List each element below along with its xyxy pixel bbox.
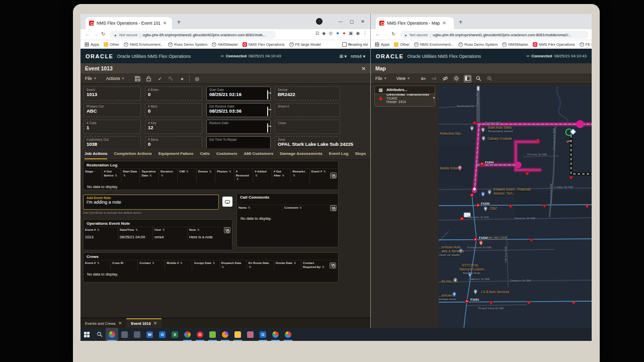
detail-tab[interactable]: Damage Assessments bbox=[280, 151, 323, 159]
poi-label[interactable]: STITCH by bbox=[462, 263, 478, 267]
lock-icon[interactable] bbox=[145, 75, 152, 82]
search-icon[interactable] bbox=[475, 75, 482, 82]
side-panel-toggle-icon[interactable] bbox=[464, 75, 471, 82]
maximize-button[interactable]: ▢ bbox=[346, 14, 357, 29]
taskbar-app-button[interactable] bbox=[282, 328, 294, 341]
sort-icon[interactable]: ⇅ bbox=[163, 228, 165, 231]
sort-icon[interactable]: ⇅ bbox=[299, 206, 302, 209]
forward-icon[interactable]: → bbox=[93, 31, 98, 37]
sort-icon[interactable]: ⇅ bbox=[209, 170, 212, 173]
form-field[interactable]: Clues bbox=[275, 120, 340, 134]
apps-grid-icon[interactable]: ⊞ ▾ bbox=[339, 54, 347, 59]
forward-icon[interactable]: → bbox=[383, 31, 388, 37]
poi-label[interactable]: CBIZ bbox=[490, 207, 497, 210]
poi-label[interactable]: antique store bbox=[439, 298, 456, 301]
poi-label[interactable]: Used car dealer bbox=[439, 253, 460, 256]
column-header[interactable]: Date/Time ⇅ bbox=[118, 227, 152, 233]
poi-label[interactable]: Sewing shop bbox=[463, 272, 480, 275]
sort-icon[interactable]: ⇅ bbox=[123, 174, 126, 177]
taskbar-app-button[interactable]: W bbox=[143, 328, 156, 341]
poi-label[interactable]: ...iontown bbox=[439, 294, 453, 297]
minimize-button[interactable]: — bbox=[335, 14, 346, 29]
back-icon[interactable]: ← bbox=[85, 31, 90, 37]
sort-icon[interactable]: ⇅ bbox=[152, 261, 154, 264]
column-header[interactable]: Device ⇅ bbox=[196, 169, 215, 183]
new-tab-button[interactable]: + bbox=[459, 19, 462, 26]
poi-label[interactable]: ...orntown Auto bbox=[439, 245, 460, 249]
column-header[interactable]: Dispatch Date ⇅ bbox=[219, 260, 247, 270]
column-header[interactable]: Event # ⇅ bbox=[84, 227, 118, 233]
sort-icon[interactable]: ⇅ bbox=[255, 174, 258, 177]
poi-label[interactable]: Calvary Crusade bbox=[488, 137, 512, 140]
detail-tab[interactable]: Event Log bbox=[329, 151, 349, 159]
poi-label[interactable]: Temporarily closed bbox=[488, 130, 513, 133]
detail-tab[interactable]: Customers bbox=[216, 151, 237, 159]
bookmark-item[interactable]: Russ Demo System bbox=[168, 42, 207, 47]
sort-icon[interactable]: ⇅ bbox=[180, 261, 183, 264]
poi-label[interactable]: Stark Auto Sales bbox=[488, 126, 512, 129]
calendar-icon[interactable] bbox=[267, 107, 268, 116]
taskbar-app-button[interactable] bbox=[206, 328, 219, 341]
browser-tab[interactable]: NMS Flex Operations - Event 101 ✕ bbox=[86, 17, 172, 29]
column-header[interactable]: # Restored ⇅ bbox=[234, 169, 253, 183]
sort-icon[interactable]: ⇅ bbox=[293, 174, 295, 177]
poi-label[interactable]: ...lla Iron, Inc bbox=[439, 280, 457, 283]
sort-icon[interactable]: ⇅ bbox=[248, 206, 251, 209]
column-header[interactable]: Mobile # ⇅ bbox=[165, 260, 192, 270]
column-header[interactable]: Onsite Date ⇅ bbox=[274, 260, 301, 270]
form-field[interactable]: Start Date 08/25/21 02:16 bbox=[206, 86, 271, 101]
calendar-icon[interactable] bbox=[267, 90, 268, 100]
column-header[interactable]: Operation Date ⇅ bbox=[139, 169, 158, 183]
taskbar-app-button[interactable]: O bbox=[156, 328, 169, 341]
address-bar[interactable]: ▲ Not secure | ugbu-phx-65.snphxprshared… bbox=[400, 31, 589, 39]
sort-icon[interactable]: ⇅ bbox=[222, 265, 224, 268]
key-icon[interactable] bbox=[167, 75, 175, 82]
bookmark-item[interactable]: NMS Environment... bbox=[124, 42, 164, 47]
menu-dots-icon[interactable]: ⋮ bbox=[363, 31, 367, 36]
sort-icon[interactable]: ⇅ bbox=[97, 261, 100, 264]
column-header[interactable]: # Out Before ⇅ bbox=[102, 169, 120, 183]
column-header[interactable]: Start Date ⇅ bbox=[121, 169, 139, 183]
tab-close-icon[interactable]: ✕ bbox=[118, 321, 122, 326]
form-field[interactable]: Est Restore Date 08/25/21 03:36 bbox=[206, 103, 271, 117]
form-field[interactable]: # Med. 0 bbox=[145, 103, 202, 117]
column-header[interactable]: # Out After ⇅ bbox=[272, 169, 290, 183]
tab-close-icon[interactable]: ✕ bbox=[163, 21, 167, 26]
taskbar-app-button[interactable] bbox=[244, 328, 257, 341]
sort-icon[interactable]: ⇅ bbox=[186, 170, 189, 173]
browser-extension-icon[interactable] bbox=[316, 18, 323, 25]
taskbar-app-button[interactable] bbox=[118, 328, 131, 341]
column-header[interactable]: CMI ⇅ bbox=[177, 169, 196, 183]
column-header[interactable]: Assign Date ⇅ bbox=[192, 260, 219, 270]
poi-label[interactable]: ...ales & Services bbox=[439, 249, 464, 253]
column-header[interactable]: Remarks ⇅ bbox=[290, 169, 309, 183]
table-row[interactable]: 1013 08/25/21 04:09 nms4 Here is a note bbox=[84, 233, 232, 241]
column-header[interactable]: Contact ⇅ bbox=[137, 260, 165, 270]
sort-icon[interactable]: ⇅ bbox=[197, 228, 200, 231]
detail-tab[interactable]: Job Actions bbox=[85, 151, 107, 159]
column-header[interactable]: Contact Required By ⇅ bbox=[301, 260, 328, 270]
form-field[interactable]: Device BR2422 bbox=[275, 86, 340, 101]
detail-tab[interactable]: Completion Actions bbox=[114, 151, 151, 159]
file-menu[interactable]: File▼ bbox=[85, 76, 97, 81]
column-header[interactable]: User ⇅ bbox=[152, 227, 187, 233]
bookmark-item[interactable]: NMSMaster bbox=[212, 42, 238, 47]
forward-arrow-icon[interactable]: ⇨ bbox=[431, 75, 438, 82]
device-label[interactable]: F1235 bbox=[481, 202, 490, 205]
column-header[interactable]: Event # ⇅ bbox=[84, 260, 110, 270]
workspace-tab[interactable]: Event 1013 ✕ bbox=[126, 318, 162, 328]
device-label[interactable]: F1232 bbox=[479, 236, 488, 239]
column-header[interactable]: Phases ⇅ bbox=[215, 169, 233, 183]
reading-list-button[interactable]: Reading list bbox=[342, 42, 368, 47]
sort-icon[interactable]: ⇅ bbox=[161, 174, 164, 177]
chevron-down-icon[interactable]: ▼ bbox=[432, 96, 436, 100]
complete-check-icon[interactable]: ✓ bbox=[156, 75, 164, 82]
new-tab-button[interactable]: + bbox=[177, 19, 181, 26]
taskbar-app-button[interactable]: X bbox=[169, 328, 181, 341]
add-event-note-input[interactable]: Add Event Note I'm adding a note bbox=[83, 195, 219, 210]
table-search-icon[interactable] bbox=[328, 260, 338, 270]
column-header[interactable]: Duration ⇅ bbox=[158, 169, 177, 183]
actions-menu[interactable]: Actions▼ bbox=[106, 76, 125, 81]
table-search-icon[interactable] bbox=[222, 227, 232, 233]
sort-icon[interactable]: ⇅ bbox=[236, 177, 239, 180]
